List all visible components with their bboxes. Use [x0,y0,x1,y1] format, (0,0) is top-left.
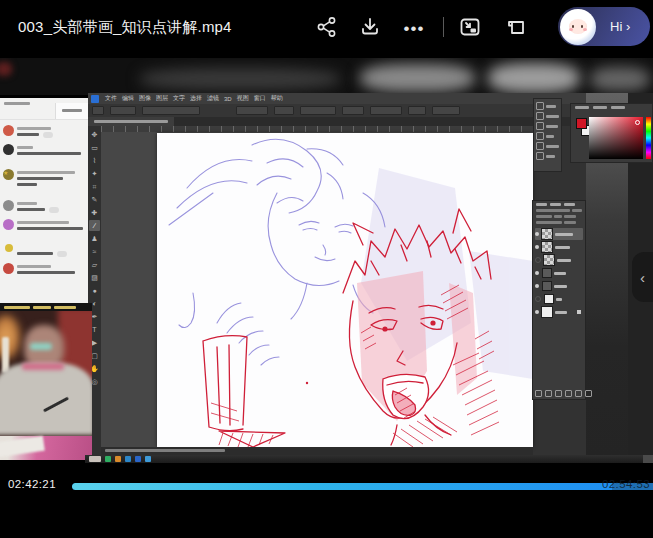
progress-row: 02:42:21 02:54:53 [0,478,653,494]
more-icon: ••• [404,24,425,34]
color-panel-tabs [575,106,652,109]
layer-visibility-icon[interactable] [535,245,539,249]
layer-visibility-icon[interactable] [535,232,539,236]
chat-message [3,144,85,164]
eraser-tool[interactable]: ▱ [89,259,100,270]
document-tab[interactable] [88,117,174,126]
menu-item[interactable]: 文件 [105,94,117,103]
foreground-color-swatch[interactable] [576,118,587,129]
chat-message [3,200,85,214]
crop-tool[interactable]: ⌗ [89,181,100,192]
taskbar-app-icon [105,456,111,462]
history-panel [533,98,562,172]
seek-bar-fill [72,483,612,490]
app-pasteboard [101,126,533,455]
gradient-tool[interactable]: ▨ [89,272,100,283]
layers-panel-tabs [536,203,585,206]
drawing-canvas[interactable] [157,133,533,447]
blur-tool[interactable]: ● [89,285,100,296]
layer-row-selected[interactable] [535,228,583,240]
video-player-window: 003_头部带画_知识点讲解.mp4 ••• [0,0,653,538]
sketch-artwork [157,133,533,447]
menu-item[interactable]: 视图 [237,94,249,103]
menu-item[interactable]: 窗口 [254,94,266,103]
app-options-bar [88,104,653,117]
pip-button[interactable] [457,14,483,40]
eyedropper-tool[interactable]: ✎ [89,194,100,205]
stamp-tool[interactable]: ♟ [89,233,100,244]
color-cursor [635,120,640,125]
chevron-left-icon: ‹ [640,269,645,286]
video-frame[interactable]: 文件 编辑 图像 图层 文字 选择 滤镜 3D 视图 窗口 帮助 [0,55,653,463]
taskbar-app-icon [145,456,151,462]
taskbar-app-icon [125,456,131,462]
layer-visibility-icon[interactable] [535,257,541,263]
layer-row[interactable] [535,293,583,305]
chat-header: ⟳ ✕ [0,98,88,120]
layer-visibility-icon[interactable] [535,310,539,314]
menu-item[interactable]: 滤镜 [207,94,219,103]
menu-item[interactable]: 3D [224,96,232,102]
account-pill[interactable]: Hi › [558,7,650,46]
layer-row[interactable] [535,254,583,266]
history-brush-tool[interactable]: ≈ [89,246,100,257]
more-button[interactable]: ••• [401,16,427,42]
menu-item[interactable]: 文字 [173,94,185,103]
taskbar-app-icon [115,456,121,462]
layer-row[interactable] [535,280,583,292]
download-button[interactable] [357,14,383,40]
layer-visibility-icon[interactable] [535,296,541,302]
layer-visibility-icon[interactable] [535,271,539,275]
chat-message [3,263,85,277]
share-icon [316,16,338,38]
current-time: 02:42:21 [8,478,56,490]
menu-item[interactable]: 帮助 [271,94,283,103]
move-tool[interactable]: ✥ [89,129,100,140]
layer-row[interactable] [535,241,583,253]
control-bar: 倍速 超清 字幕 查找 选集 SVIP [0,495,653,538]
chat-panel: ⟳ ✕ ★ [0,98,88,303]
chat-message: ★ [3,169,85,195]
menu-item[interactable]: 编辑 [122,94,134,103]
menu-item[interactable]: 选择 [190,94,202,103]
video-title: 003_头部带画_知识点讲解.mp4 [18,18,232,37]
layers-panel-footer [535,390,592,397]
topbar-divider [443,17,444,37]
hi-label: Hi › [610,19,630,34]
chat-message [3,244,85,258]
heal-tool[interactable]: ✚ [89,207,100,218]
menu-item[interactable]: 图层 [156,94,168,103]
taskbar-app-icon [135,456,141,462]
webcam-video [0,311,92,460]
hue-strip[interactable] [646,117,651,159]
top-bar: 003_头部带画_知识点讲解.mp4 ••• [0,0,653,55]
lasso-tool[interactable]: ⌇ [89,155,100,166]
app-status-bar [101,447,533,455]
marquee-tool[interactable]: ▭ [89,142,100,153]
app-menu-bar: 文件 编辑 图像 图层 文字 选择 滤镜 3D 视图 窗口 帮助 [88,93,653,104]
background-layer-row[interactable] [535,306,583,318]
wand-tool[interactable]: ✦ [89,168,100,179]
brush-tool[interactable]: ∕ [89,220,100,231]
layer-row[interactable] [535,267,583,279]
taskbar-app-icon [89,456,101,462]
duration-time: 02:54:53 [602,478,650,490]
playlist-collapse-tab[interactable]: ‹ [632,252,653,302]
chat-tab[interactable] [55,103,88,119]
pip-icon [458,15,482,39]
layers-panel [532,200,586,400]
chat-message [3,125,85,139]
lock-icon [577,310,581,314]
video-blurred-banner [0,58,653,95]
paint-app-window: 文件 编辑 图像 图层 文字 选择 滤镜 3D 视图 窗口 帮助 [88,93,653,455]
seek-bar[interactable] [72,483,653,490]
menu-item[interactable]: 图像 [139,94,151,103]
layer-visibility-icon[interactable] [535,284,539,288]
app-document-tabs [88,117,653,126]
webcam-caption [0,303,92,311]
share-button[interactable] [314,14,340,40]
mini-window-button[interactable] [503,14,529,40]
webcam-overlay [0,303,92,460]
app-logo-icon [91,95,99,103]
mini-window-icon [504,15,528,39]
